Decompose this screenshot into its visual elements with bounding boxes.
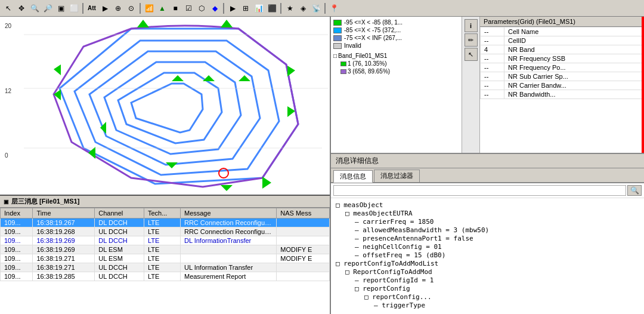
msg-tree-container: □ measObject□ measObjectEUTRA— carrierFr… — [336, 201, 639, 309]
table-cell-3: LTE — [144, 263, 180, 272]
toolbar-check-icon[interactable]: ☑ — [182, 2, 194, 14]
col-index[interactable]: Index — [1, 208, 33, 218]
param-row: --NR Bandwidth... — [481, 90, 644, 99]
toolbar-pin-icon[interactable]: 📍 — [328, 2, 340, 14]
draw-btn[interactable]: ✏ — [465, 33, 478, 47]
table-cell-0: 109... — [1, 272, 33, 281]
legend-color-2 — [333, 27, 342, 33]
svg-marker-1 — [75, 41, 279, 175]
toolbar-play2-icon[interactable]: ▶ — [227, 2, 239, 14]
col-time[interactable]: Time — [33, 208, 95, 218]
toolbar-zoom-out-icon[interactable]: 🔎 — [42, 2, 54, 14]
svg-marker-18 — [239, 75, 250, 81]
table-row[interactable]: 109...16:38:19.269DL ESMLTEMODIFY E — [1, 245, 330, 254]
toolbar-plus-icon[interactable]: ⊕ — [112, 2, 124, 14]
param-value-cell: -- — [481, 72, 504, 81]
table-cell-1: 16:38:19.268 — [33, 227, 95, 236]
param-tbody: --Cell Name--CellID4NR Band--NR Frequenc… — [481, 27, 644, 99]
msg-search-input[interactable] — [333, 185, 626, 196]
msg-search-button[interactable]: 🔍 — [627, 185, 642, 196]
param-row: --CellID — [481, 36, 644, 45]
toolbar: ↖ ✥ 🔍 🔎 ▣ ⬜ Att ▶ ⊕ ⊙ 📶 ▲ ■ ☑ ⬡ ◆ ▶ ⊞ 📊 … — [0, 0, 644, 17]
table-cell-5: MODIFY E — [277, 254, 330, 263]
cursor-btn[interactable]: ↖ — [465, 48, 478, 61]
msg-detail-tabs: 消息信息 消息过滤器 — [331, 168, 644, 183]
toolbar-hex-icon[interactable]: ⬡ — [196, 2, 208, 14]
table-cell-4: RRC Connection Reconfiguration — — [180, 218, 276, 227]
table-cell-2: UL DCCH — [95, 263, 144, 272]
tree-node: — offsetFreq = 15 (dB0) — [355, 251, 639, 259]
legend-item-4: Invalid — [333, 42, 459, 49]
col-nas[interactable]: NAS Mess — [277, 208, 330, 218]
table-row[interactable]: 109...16:38:19.271UL DCCHLTEUL Informati… — [1, 263, 330, 272]
toolbar-signal-icon[interactable]: 📶 — [143, 2, 155, 14]
toolbar-triangle-icon[interactable]: ▲ — [156, 2, 168, 14]
message-tbody: 109...16:38:19.267DL DCCHLTERRC Connecti… — [1, 218, 330, 281]
message-panel-icon: ▣ — [4, 199, 9, 205]
col-message[interactable]: Message — [180, 208, 276, 218]
toolbar-select-icon[interactable]: ▣ — [55, 2, 67, 14]
message-table-container[interactable]: Index Time Channel Tech... Message NAS M… — [0, 208, 330, 313]
tree-node: □ measObjectEUTRA — [345, 210, 639, 217]
table-cell-2: DL DCCH — [95, 236, 144, 245]
toolbar-att-icon[interactable]: Att — [86, 2, 98, 14]
table-row[interactable]: 109...16:38:19.268UL DCCHLTERRC Connecti… — [1, 227, 330, 236]
toolbar-play-icon[interactable]: ▶ — [99, 2, 111, 14]
toolbar-star-icon[interactable]: ★ — [284, 2, 296, 14]
toolbar-grid-icon[interactable]: ⊞ — [240, 2, 252, 14]
toolbar-diamond2-icon[interactable]: ◈ — [297, 2, 309, 14]
table-cell-4: UL Information Transfer — [180, 263, 276, 272]
col-channel[interactable]: Channel — [95, 208, 144, 218]
tab-message-filter[interactable]: 消息过滤器 — [374, 170, 420, 182]
table-cell-3: LTE — [144, 218, 180, 227]
bottom-right: 消息详细信息 消息信息 消息过滤器 🔍 □ measObject□ measOb… — [331, 154, 644, 314]
param-name-cell: Cell Name — [504, 27, 644, 36]
legend-panel: ✕ -95 <=X < -85 (88, 1... -85 <=X < -75 … — [331, 17, 462, 153]
legend-tree: □ Band_File01_MS1 1 (76, 10.35%) 3 (658,… — [333, 53, 459, 75]
table-cell-1: 16:38:19.285 — [33, 272, 95, 281]
table-cell-4 — [180, 245, 276, 254]
msg-search-bar: 🔍 — [331, 183, 644, 198]
table-cell-2: UL DCCH — [95, 227, 144, 236]
top-right: ✕ -95 <=X < -85 (88, 1... -85 <=X < -75 … — [331, 17, 644, 154]
legend-tree-label-1: 1 (76, 10.35%) — [348, 60, 387, 67]
toolbar-arrow-icon[interactable]: ↖ — [2, 2, 14, 14]
toolbar-antenna-icon[interactable]: 📡 — [310, 2, 322, 14]
tree-node: — reportConfigId = 1 — [355, 276, 639, 284]
y-axis: 20 12 0 — [5, 23, 11, 159]
toolbar-block-icon[interactable]: ⬛ — [266, 2, 278, 14]
table-row[interactable]: 109...16:38:19.269DL DCCHLTEDL Informati… — [1, 236, 330, 245]
legend-label-3: -75 <=X < INF (267,... — [344, 35, 402, 41]
toolbar-zoom-in-icon[interactable]: 🔍 — [29, 2, 41, 14]
toolbar-diamond-icon[interactable]: ◆ — [209, 2, 221, 14]
tree-node: — carrierFreq = 1850 — [355, 218, 639, 226]
table-cell-1: 16:38:19.267 — [33, 218, 95, 227]
table-row[interactable]: 109...16:38:19.285UL DCCHLTEMeasurement … — [1, 272, 330, 281]
param-table: --Cell Name--CellID4NR Band--NR Frequenc… — [480, 27, 644, 99]
table-row[interactable]: 109...16:38:19.267DL DCCHLTERRC Connecti… — [1, 218, 330, 227]
toolbar-square-icon[interactable]: ■ — [169, 2, 181, 14]
toolbar-circle-icon[interactable]: ⊙ — [125, 2, 137, 14]
info-btn[interactable]: i — [465, 19, 478, 32]
param-name-cell: NR Bandwidth... — [504, 90, 644, 99]
map-canvas[interactable]: 20 12 0 — [0, 17, 330, 195]
param-value-cell: -- — [481, 63, 504, 72]
svg-marker-5 — [131, 84, 203, 133]
table-cell-2: DL DCCH — [95, 218, 144, 227]
msg-content[interactable]: □ measObject□ measObjectEUTRA— carrierFr… — [331, 198, 644, 314]
param-row: --NR Frequency Po... — [481, 63, 644, 72]
table-cell-5 — [277, 263, 330, 272]
toolbar-frame-icon[interactable]: ⬜ — [68, 2, 80, 14]
col-tech[interactable]: Tech... — [144, 208, 180, 218]
svg-marker-6 — [137, 20, 149, 27]
table-row[interactable]: 109...16:38:19.271UL ESMLTEMODIFY E — [1, 254, 330, 263]
param-value-cell: -- — [481, 90, 504, 99]
table-cell-2: UL ESM — [95, 254, 144, 263]
table-cell-3: LTE — [144, 245, 180, 254]
toolbar-move-icon[interactable]: ✥ — [16, 2, 27, 14]
table-cell-1: 16:38:19.269 — [33, 245, 95, 254]
toolbar-chart-icon[interactable]: 📊 — [253, 2, 265, 14]
param-value-cell: -- — [481, 81, 504, 90]
tab-message-info[interactable]: 消息信息 — [333, 170, 373, 183]
y-label-0: 0 — [5, 152, 11, 159]
